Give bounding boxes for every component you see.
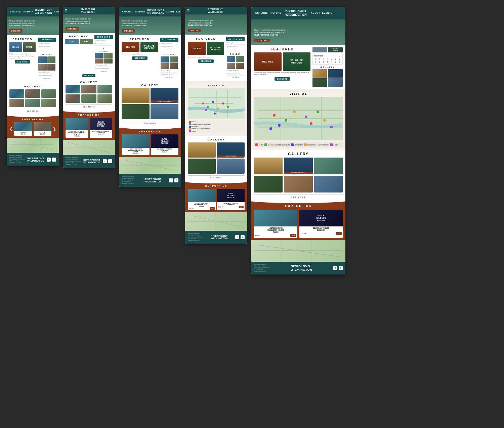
cal-next-5[interactable]: › [341, 55, 341, 57]
cal-d3[interactable]: 3 [322, 59, 326, 60]
sc-1-4[interactable]: LIMITED EDITIONSWILMINGTON CENTRETOWER $… [188, 189, 216, 210]
gallery-see-more-1[interactable]: SEE MORE [9, 109, 56, 112]
nav-explore-5[interactable]: EXPLORE [255, 12, 268, 14]
nav-events-3[interactable]: EVENTS [176, 11, 181, 13]
cal-d4[interactable]: 4 [326, 59, 329, 60]
slider-next-1[interactable]: ❯ [53, 127, 56, 131]
upcoming-sun-2[interactable]: Sunday, Month ## [94, 39, 113, 42]
upcoming-mon-2[interactable]: Monday, Month ## [94, 42, 113, 46]
sc-2-5[interactable]: BLACKWILDLIFEREFUGE DELACROIX TRIBUTECAM… [299, 210, 343, 238]
cal-prev-5[interactable]: ‹ [339, 55, 340, 57]
cal-d17[interactable]: 17 [322, 62, 326, 63]
up-wed-4[interactable]: Wednesday, Month ## [226, 72, 245, 76]
cal-d11[interactable]: 11 [326, 61, 329, 62]
upcoming-wed-2[interactable]: Wednesday, Month ## [94, 67, 113, 70]
cal-d9[interactable]: 9 [318, 61, 322, 62]
fb-icon-2[interactable]: f [103, 159, 107, 163]
cal-d20[interactable]: 20 [334, 62, 337, 63]
explore-btn-4[interactable]: EXPLORE [188, 29, 201, 32]
cal-d1[interactable]: 1 [314, 59, 318, 60]
up-tue-3[interactable]: Tuesday, Month ## [160, 69, 178, 73]
up-mon-3[interactable]: Monday, Month ## [160, 45, 178, 48]
upcoming-item-monday-1[interactable]: Monday, Month ## [38, 45, 56, 48]
up-sun-3[interactable]: Sunday, Month ## [160, 42, 178, 45]
cal-d7[interactable]: 7 [338, 59, 341, 60]
sm-up-4[interactable]: SEE MORE [226, 76, 245, 79]
cal-d13[interactable]: 13 [334, 61, 337, 62]
nav-explore-1[interactable]: EXPLORE [10, 11, 21, 13]
buy-1-5[interactable]: BUY [290, 234, 296, 237]
chev-4[interactable]: ⌄ [226, 48, 245, 52]
nav-history-1[interactable]: HISTORY [23, 11, 33, 13]
chevron-2[interactable]: ⌄ [94, 46, 113, 50]
cal-d8[interactable]: 8 [314, 61, 318, 62]
explore-btn-3[interactable]: EXPLORE [122, 29, 135, 33]
cal-d19[interactable]: 19 [330, 62, 333, 63]
up-mon-4[interactable]: Monday, Month ## [226, 45, 245, 48]
fb-4[interactable]: f [235, 235, 239, 239]
cal-d21[interactable]: 21 [338, 62, 341, 63]
fb-5[interactable]: f [333, 266, 337, 270]
cal-d6[interactable]: 6 [334, 59, 337, 60]
nav-history-3[interactable]: HISTORY [135, 11, 145, 13]
buy-btn-1-4[interactable]: BUY [210, 207, 214, 210]
cal-d16[interactable]: 16 [318, 62, 322, 63]
upcoming-chevron-1[interactable]: ⌄ [38, 48, 56, 53]
slider-prev-1[interactable]: ❮ [9, 127, 13, 131]
nav-explore-3[interactable]: EXPLORE [122, 11, 133, 13]
fc-delpez-4[interactable]: DEL PEZ [188, 42, 206, 55]
buy-btn-2-4[interactable]: BUY [239, 206, 244, 208]
support-card-title1[interactable]: TITLE $00.00 [14, 122, 32, 136]
nav-about-1[interactable]: ABOUT [54, 11, 59, 13]
sc-1-3[interactable]: LIMITED EDITIONSWILMINGTON CENTRETOWER $… [122, 134, 150, 155]
sc-1-5[interactable]: LIMITED EDITIONSWILMINGTON CENTRETOWER $… [254, 210, 297, 238]
fc-wildlife-5[interactable]: WILDLIFEREFUGE [283, 52, 310, 71]
sc-2-3[interactable]: BLACKWILDLIFEREFUGE DELACROIX TRIBUTECAM… [151, 134, 179, 155]
tw-3[interactable]: t [174, 178, 178, 182]
featured-card-name1[interactable]: NAME [9, 42, 22, 52]
upcoming-tue-2[interactable]: Tuesday, Month ## [94, 63, 113, 67]
gallery-see-more-3[interactable]: SEE MORE [122, 121, 178, 124]
upcoming-item-tue-1[interactable]: Tuesday, Month ## [38, 71, 56, 74]
cal-d5[interactable]: 5 [330, 59, 333, 60]
support-card-title2[interactable]: TITLE $00.00 [34, 122, 52, 136]
see-more-featured-1[interactable]: SEE MORE [15, 60, 30, 63]
gallery-see-more-2[interactable]: SEE MORE [66, 104, 112, 108]
cal-d14[interactable]: 14 [338, 61, 341, 62]
nav-history-5[interactable]: HISTORY [270, 12, 281, 14]
explore-btn-1[interactable]: EXPLORE [9, 29, 23, 33]
sm-up-3[interactable]: SEE MORE [160, 76, 178, 79]
explore-btn-2[interactable]: EXPLORE [66, 27, 79, 31]
support-card-2-2[interactable]: BLACKWILDLIFEREFUGE DELACROIX TRIBUTECAM… [90, 118, 113, 138]
up-sun-4[interactable]: Sunday, Month ## [226, 41, 245, 45]
fc-delpez-5[interactable]: DEL PEZ [254, 52, 282, 71]
cal-d2[interactable]: 2 [318, 59, 322, 60]
nav-about-5[interactable]: ABOUT [311, 12, 320, 14]
cal-d18[interactable]: 18 [326, 62, 329, 63]
up-tue-4[interactable]: Tuesday, Month ## [226, 69, 245, 72]
up-wed-3[interactable]: Wednesday, Month ## [160, 73, 178, 76]
see-more-up-2[interactable]: SEE MORE [94, 70, 113, 73]
gal-see-more-5[interactable]: SEE MORE [254, 195, 343, 198]
tw-5[interactable]: t [339, 266, 343, 270]
tw-icon-2[interactable]: t [108, 159, 112, 163]
nav-about-3[interactable]: ABOUT [166, 11, 174, 13]
see-more-feat-5[interactable]: SEE MORE [275, 77, 290, 81]
cal-d12[interactable]: 12 [330, 61, 333, 62]
tw-4[interactable]: t [241, 235, 245, 239]
cal-d15[interactable]: 15 [314, 62, 318, 63]
support-card-1-2[interactable]: LIMITED EDITIONSWILMINGTON CENTRETOWER $… [66, 118, 88, 138]
hamburger-icon-4[interactable]: ☰ [187, 9, 190, 12]
gallery-see-more-4[interactable]: SEE MORE [188, 175, 245, 179]
see-more-4[interactable]: SEE MORE [198, 59, 214, 63]
fc-wildlife-4[interactable]: WILDLIFEREFUGE [207, 42, 224, 55]
chev-3[interactable]: ⌄ [160, 48, 178, 53]
hamburger-icon-2[interactable]: ☰ [65, 9, 67, 12]
cal-d10[interactable]: 10 [322, 61, 326, 62]
explore-btn-5[interactable]: EXPLORE [254, 39, 270, 42]
sc-2-4[interactable]: BLACKWILDLIFEREFUGE DELACROIX TRIBUTECAM… [217, 189, 245, 210]
featured-card-delpez[interactable]: DEL PEZ [122, 42, 139, 52]
nav-events-5[interactable]: EVENTS [322, 12, 332, 14]
see-more-small-1[interactable]: SEE MORE [38, 77, 56, 80]
featured-card-name2[interactable]: NAME [23, 42, 36, 52]
